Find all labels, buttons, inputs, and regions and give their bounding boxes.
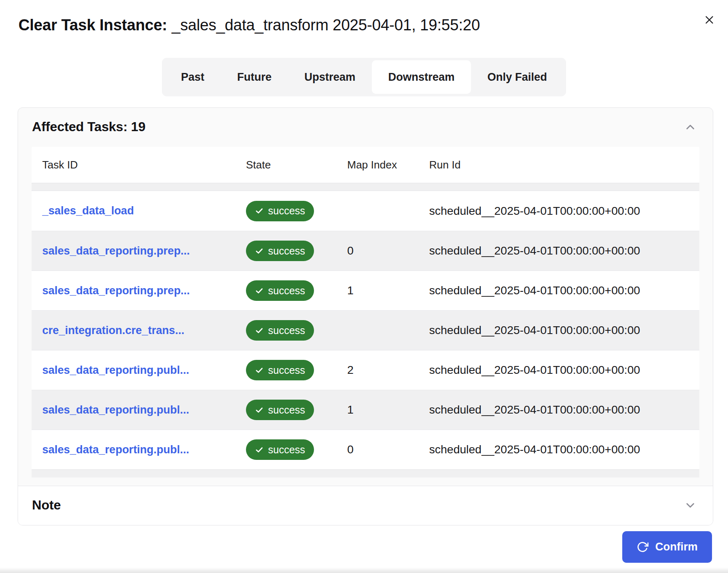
chevron-down-icon[interactable] xyxy=(683,498,697,512)
tab-future[interactable]: Future xyxy=(221,60,288,94)
dialog-title: Clear Task Instance:_sales_data_transfor… xyxy=(18,16,667,34)
tab-downstream[interactable]: Downstream xyxy=(372,60,471,94)
run-id-value: scheduled__2025-04-01T00:00:00+00:00 xyxy=(429,284,699,297)
run-id-value: scheduled__2025-04-01T00:00:00+00:00 xyxy=(429,403,699,416)
state-badge: success xyxy=(246,400,314,420)
run-id-value: scheduled__2025-04-01T00:00:00+00:00 xyxy=(429,205,699,218)
task-id-link[interactable]: sales_data_reporting.publ... xyxy=(42,404,189,416)
state-badge: success xyxy=(246,280,314,301)
state-label: success xyxy=(268,404,305,416)
state-badge: success xyxy=(246,360,314,380)
state-label: success xyxy=(268,325,305,337)
modal-bottom-edge xyxy=(0,567,728,573)
run-id-value: scheduled__2025-04-01T00:00:00+00:00 xyxy=(429,364,699,377)
check-icon xyxy=(255,366,264,375)
check-icon xyxy=(255,326,264,335)
table-separator xyxy=(32,469,699,478)
state-badge: success xyxy=(246,241,314,261)
dialog-title-value: _sales_data_transform 2025-04-01, 19:55:… xyxy=(172,16,480,34)
run-id-value: scheduled__2025-04-01T00:00:00+00:00 xyxy=(429,443,699,456)
state-badge: success xyxy=(246,201,314,221)
column-header-task-id: Task ID xyxy=(42,159,246,171)
confirm-label: Confirm xyxy=(655,541,698,553)
task-id-link[interactable]: cre_integration.cre_trans... xyxy=(42,324,184,337)
check-icon xyxy=(255,286,264,295)
state-label: success xyxy=(268,444,305,456)
map-index-value: 0 xyxy=(347,443,429,456)
check-icon xyxy=(255,446,264,454)
table-row: sales_data_reporting.publ...success2sche… xyxy=(32,350,699,390)
tab-upstream[interactable]: Upstream xyxy=(288,60,372,94)
table-row: sales_data_reporting.publ...success0sche… xyxy=(32,430,699,469)
close-icon[interactable] xyxy=(701,11,717,28)
column-header-state: State xyxy=(246,159,347,171)
table-separator xyxy=(32,183,699,191)
run-id-value: scheduled__2025-04-01T00:00:00+00:00 xyxy=(429,244,699,257)
check-icon xyxy=(255,247,264,255)
map-index-value: 1 xyxy=(347,403,429,416)
state-label: success xyxy=(268,245,305,257)
task-id-link[interactable]: sales_data_reporting.publ... xyxy=(42,443,189,456)
column-header-run-id: Run Id xyxy=(429,159,699,171)
tab-only-failed[interactable]: Only Failed xyxy=(471,60,564,94)
dialog-footer: Confirm xyxy=(0,525,728,563)
affected-tasks-table: Task IDStateMap IndexRun Id _sales_data_… xyxy=(32,147,699,478)
scope-tabs-wrap: PastFutureUpstreamDownstreamOnly Failed xyxy=(0,58,728,96)
map-index-value: 0 xyxy=(347,244,429,257)
table-body: _sales_data_loadsuccessscheduled__2025-0… xyxy=(32,191,699,469)
state-label: success xyxy=(268,285,305,297)
accordion-panel: Affected Tasks: 19 Task IDStateMap Index… xyxy=(18,107,713,525)
chevron-up-icon[interactable] xyxy=(683,120,697,134)
refresh-icon xyxy=(637,541,648,553)
table-row: _sales_data_loadsuccessscheduled__2025-0… xyxy=(32,191,699,231)
table-row: sales_data_reporting.prep...success0sche… xyxy=(32,231,699,271)
check-icon xyxy=(255,207,264,215)
scope-tablist: PastFutureUpstreamDownstreamOnly Failed xyxy=(162,58,566,96)
table-row: cre_integration.cre_trans...successsched… xyxy=(32,310,699,350)
check-icon xyxy=(255,406,264,414)
affected-tasks-section: Affected Tasks: 19 Task IDStateMap Index… xyxy=(18,108,713,486)
affected-tasks-header[interactable]: Affected Tasks: 19 xyxy=(18,108,713,147)
state-badge: success xyxy=(246,439,314,460)
table-row: sales_data_reporting.prep...success1sche… xyxy=(32,271,699,310)
affected-tasks-heading: Affected Tasks: 19 xyxy=(32,119,146,134)
note-section-header[interactable]: Note xyxy=(18,486,713,525)
note-heading: Note xyxy=(32,498,61,513)
dialog-title-label: Clear Task Instance: xyxy=(18,16,167,34)
task-id-link[interactable]: sales_data_reporting.publ... xyxy=(42,364,189,376)
confirm-button[interactable]: Confirm xyxy=(622,531,712,563)
table-row: sales_data_reporting.publ...success1sche… xyxy=(32,390,699,430)
state-label: success xyxy=(268,205,305,217)
column-header-map-index: Map Index xyxy=(347,159,429,171)
state-badge: success xyxy=(246,320,314,341)
state-label: success xyxy=(268,364,305,376)
map-index-value: 1 xyxy=(347,284,429,297)
clear-task-dialog: Clear Task Instance:_sales_data_transfor… xyxy=(0,16,728,563)
run-id-value: scheduled__2025-04-01T00:00:00+00:00 xyxy=(429,324,699,337)
map-index-value: 2 xyxy=(347,364,429,377)
task-id-link[interactable]: sales_data_reporting.prep... xyxy=(42,284,190,297)
task-id-link[interactable]: sales_data_reporting.prep... xyxy=(42,245,190,257)
task-id-link[interactable]: _sales_data_load xyxy=(42,205,134,217)
tab-past[interactable]: Past xyxy=(164,60,221,94)
table-header-row: Task IDStateMap IndexRun Id xyxy=(32,147,699,183)
